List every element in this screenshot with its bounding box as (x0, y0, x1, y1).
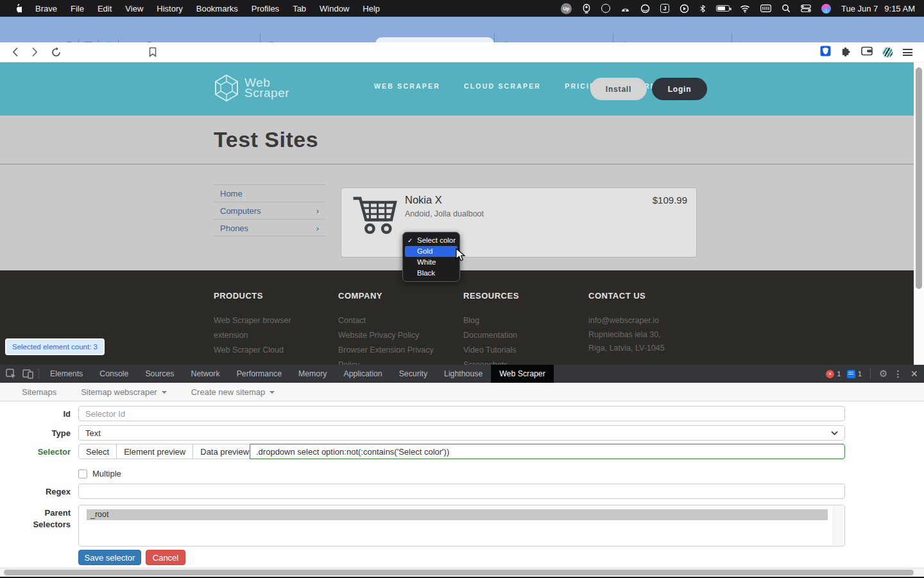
footer-link[interactable]: Browser Extension Privacy Policy (338, 343, 450, 365)
devtools-tab-memory[interactable]: Memory (290, 365, 335, 383)
control-center-icon[interactable] (801, 4, 811, 12)
search-icon[interactable] (782, 4, 791, 13)
dropdown-option-white[interactable]: White (403, 257, 459, 268)
footer-link[interactable]: Web Scraper Cloud (214, 343, 326, 358)
login-button[interactable]: Login (652, 78, 707, 100)
apple-icon[interactable] (13, 3, 22, 13)
reload-icon[interactable] (49, 46, 62, 58)
adobe-cc-icon[interactable] (601, 4, 610, 13)
nav-create-sitemap-menu[interactable]: Create new sitemap (191, 387, 275, 397)
webcam-app-icon[interactable] (582, 4, 591, 13)
dropdown-option-gold[interactable]: Gold (405, 246, 458, 257)
menu-view[interactable]: View (125, 4, 143, 13)
footer-link[interactable]: Video Tutorials (463, 343, 576, 358)
save-selector-button[interactable]: Save selector (78, 550, 141, 565)
install-button[interactable]: Install (590, 78, 647, 100)
shell-icon[interactable] (620, 4, 630, 13)
bluetooth-icon[interactable] (699, 4, 706, 13)
menu-bookmarks[interactable]: Bookmarks (196, 4, 238, 13)
devtools-close-icon[interactable]: × (911, 367, 918, 381)
horizontal-scrollbar[interactable] (0, 568, 924, 577)
sidebar-label: Home (220, 189, 243, 198)
nav-sitemaps[interactable]: Sitemaps (22, 387, 56, 397)
devtools-tab-network[interactable]: Network (183, 365, 228, 383)
parent-option-root[interactable]: _root (87, 509, 828, 520)
dropdown-option-selected[interactable]: ✓ Select color (403, 235, 459, 246)
devtools-tab-sources[interactable]: Sources (137, 365, 182, 383)
regex-input[interactable] (78, 484, 845, 499)
play-circle-icon[interactable] (680, 4, 689, 13)
inspect-element-icon[interactable] (3, 366, 19, 381)
wifi-icon[interactable] (740, 4, 750, 13)
shell-extension-icon[interactable] (882, 47, 893, 58)
devtools-tab-application[interactable]: Application (335, 365, 390, 383)
devtools-more-icon[interactable]: ⋮ (893, 369, 902, 379)
menu-window[interactable]: Window (320, 4, 349, 13)
footer-link[interactable]: Web Scraper browser extension (214, 313, 326, 343)
forward-icon[interactable] (28, 46, 41, 58)
device-toolbar-icon[interactable] (19, 366, 36, 381)
scrollbar-thumb[interactable] (916, 67, 922, 289)
circle-app-icon[interactable] (640, 4, 650, 13)
nav-web-scraper[interactable]: WEB SCRAPER (374, 82, 440, 90)
menu-file[interactable]: File (71, 4, 84, 13)
extensions-puzzle-icon[interactable] (841, 46, 851, 59)
site-logo[interactable]: Web Scraper (214, 74, 289, 102)
type-select[interactable]: Text (78, 425, 845, 441)
product-name[interactable]: Nokia X (405, 194, 442, 206)
devtools-tab-elements[interactable]: Elements (42, 365, 91, 383)
listbox-scrollbar[interactable] (833, 506, 843, 545)
selector-id-input[interactable] (78, 406, 845, 421)
menu-tab[interactable]: Tab (293, 4, 306, 13)
devtools-tab-performance[interactable]: Performance (228, 365, 290, 383)
siri-icon[interactable] (821, 4, 831, 13)
battery-icon[interactable] (716, 5, 730, 12)
footer-link[interactable]: Website Privacy Policy (338, 328, 450, 343)
menu-bar-clock[interactable]: Tue Jun 7 9:15 AM (841, 4, 915, 13)
footer-link[interactable]: info@webscraper.io (588, 313, 714, 328)
menu-history[interactable]: History (157, 4, 182, 13)
multiple-checkbox[interactable] (78, 469, 87, 478)
music-app-icon[interactable]: J (660, 4, 669, 13)
cancel-button[interactable]: Cancel (146, 550, 185, 565)
devtools-tab-web-scraper[interactable]: Web Scraper (491, 365, 554, 383)
sidebar-item-home[interactable]: Home (214, 184, 325, 202)
color-select-dropdown: ✓ Select color Gold White Black (402, 232, 460, 282)
devtools-tab-lighthouse[interactable]: Lighthouse (436, 365, 491, 383)
dropdown-option-black[interactable]: Black (403, 268, 459, 279)
devtools-tab-security[interactable]: Security (391, 365, 436, 383)
select-button[interactable]: Select (78, 444, 117, 459)
scrollbar-thumb[interactable] (4, 570, 914, 575)
console-message-indicator[interactable]: 1 (847, 370, 862, 378)
back-icon[interactable] (9, 46, 22, 58)
type-label: Type (0, 428, 71, 438)
input-menu-icon[interactable] (760, 4, 771, 12)
nav-sitemap-menu[interactable]: Sitemap webscraper (81, 387, 167, 397)
parent-selectors-listbox[interactable]: _root (78, 505, 845, 547)
browser-menu-icon[interactable] (903, 49, 912, 56)
parent-selectors-label-line1: Parent (0, 508, 71, 518)
footer-link[interactable]: Documentation (463, 328, 576, 343)
up-badge-icon[interactable]: Up (561, 3, 572, 14)
menu-help[interactable]: Help (363, 4, 380, 13)
menu-brave[interactable]: Brave (35, 4, 57, 13)
menu-profiles[interactable]: Profiles (252, 4, 279, 13)
element-preview-button[interactable]: Element preview (116, 444, 193, 459)
menu-edit[interactable]: Edit (98, 4, 112, 13)
message-icon (847, 370, 855, 378)
devtools-tab-console[interactable]: Console (91, 365, 137, 383)
footer-link[interactable]: Blog (463, 313, 576, 328)
sidebar-item-computers[interactable]: Computers› (214, 202, 325, 219)
footer-link[interactable]: Screenshots (463, 358, 576, 365)
devtools-settings-icon[interactable]: ⚙ (879, 368, 887, 380)
nav-cloud-scraper[interactable]: CLOUD SCRAPER (464, 82, 541, 90)
bitwarden-icon[interactable] (820, 46, 831, 59)
wallet-icon[interactable] (861, 46, 873, 58)
data-preview-button[interactable]: Data preview (193, 444, 257, 459)
bookmark-icon[interactable] (146, 46, 159, 58)
page-scrollbar[interactable] (914, 62, 924, 365)
sidebar-item-phones[interactable]: Phones› (214, 219, 325, 236)
selector-value-input[interactable] (250, 444, 845, 459)
footer-link[interactable]: Contact (338, 313, 450, 328)
console-error-indicator[interactable]: × 1 (826, 370, 841, 378)
